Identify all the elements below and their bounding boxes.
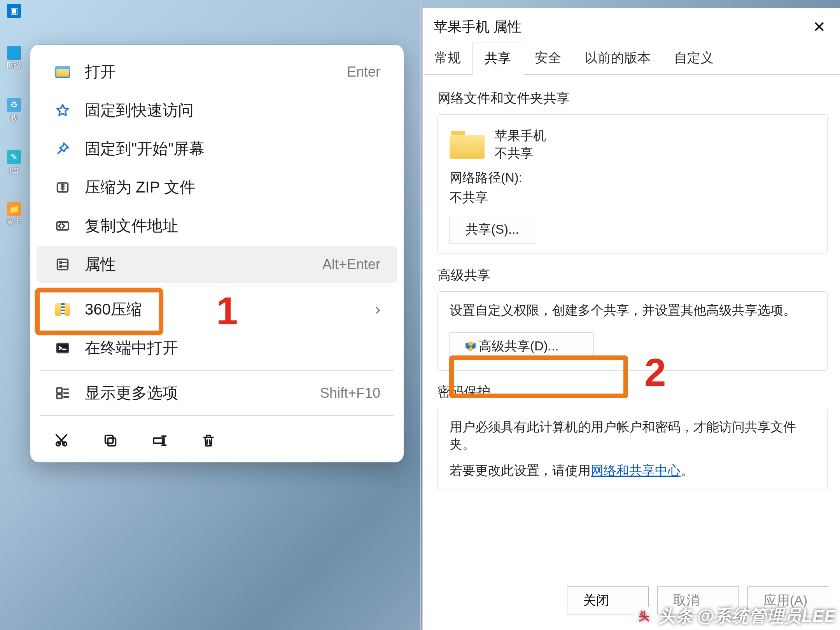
path-icon [54,217,72,235]
ctx-open[interactable]: 打开 Enter [37,53,397,90]
desktop-icons: ▣ 🌐网络 ♻收 ✎|面 📁果手 [6,4,22,227]
tab-previous[interactable]: 以前的版本 [573,42,662,74]
svg-rect-2 [58,259,68,270]
zip-icon [54,178,72,196]
share-button[interactable]: 共享(S)... [450,216,535,243]
svg-rect-6 [57,388,62,393]
annotation-2: 2 [644,350,666,395]
shield-icon [466,341,476,352]
tab-sharing[interactable]: 共享 [472,42,523,75]
context-menu: 打开 Enter 固定到快速访问 固定到"开始"屏幕 压缩为 ZIP 文件 复制… [30,45,404,462]
svg-rect-11 [105,436,113,443]
folder-state: 不共享 [495,145,546,162]
pin-icon [54,140,72,158]
ctx-properties[interactable]: 属性 Alt+Enter [37,246,397,283]
separator [40,370,394,371]
desktop-icon[interactable]: ▣ [7,4,21,18]
desktop-icon[interactable]: 📁 [7,202,21,216]
dialog-title: 苹果手机 属性 [434,18,522,37]
advanced-desc: 设置自定义权限，创建多个共享，并设置其他高级共享选项。 [450,302,816,319]
ctx-pin-quick[interactable]: 固定到快速访问 [37,92,397,129]
desktop-icon[interactable]: 🌐 [7,46,21,60]
ctx-more[interactable]: 显示更多选项 Shift+F10 [37,374,397,411]
svg-point-4 [60,266,61,267]
star-icon [54,102,72,119]
tab-security[interactable]: 安全 [523,42,573,74]
ctx-zip[interactable]: 压缩为 ZIP 文件 [37,169,397,206]
close-button[interactable]: ✕ [808,16,831,37]
annotation-1: 1 [216,289,238,333]
copy-icon[interactable] [100,430,121,452]
netpath-value: 不共享 [450,189,816,206]
watermark-logo: 头 [634,606,654,626]
pw-line2: 若要更改此设置，请使用网络和共享中心。 [450,462,816,480]
more-icon [54,384,72,402]
properties-dialog: 苹果手机 属性 ✕ 常规 共享 安全 以前的版本 自定义 网络文件和文件夹共享 [422,8,840,630]
folder-open-icon [54,63,72,81]
pw-line1: 用户必须具有此计算机的用户帐户和密码，才能访问共享文件夹。 [450,418,816,453]
ctx-copy-path[interactable]: 复制文件地址 [37,207,397,244]
desktop-icon[interactable]: ✎ [7,150,21,164]
ctx-bottom-actions [30,420,404,455]
highlight-1 [35,288,163,335]
cut-icon[interactable] [51,430,72,452]
svg-rect-10 [108,438,116,446]
svg-rect-7 [57,394,62,398]
sect-advanced-sharing: 高级共享 [438,266,828,284]
watermark: 头 头条 @系统管理员LEE [634,605,836,628]
sect-network-sharing: 网络文件和文件夹共享 [438,89,828,107]
svg-point-3 [60,262,61,263]
folder-icon [450,131,485,159]
tab-general[interactable]: 常规 [423,42,472,74]
network-center-link[interactable]: 网络和共享中心 [591,463,681,478]
svg-rect-5 [57,343,68,352]
properties-icon [54,256,72,273]
separator [40,415,394,416]
separator [40,287,394,287]
rename-icon[interactable] [149,430,170,452]
netpath-label: 网络路径(N): [450,169,816,187]
svg-rect-12 [154,438,163,443]
terminal-icon [54,339,72,357]
delete-icon[interactable] [198,430,219,452]
ctx-pin-start[interactable]: 固定到"开始"屏幕 [37,130,397,167]
tab-customize[interactable]: 自定义 [662,42,725,74]
dialog-tabs: 常规 共享 安全 以前的版本 自定义 [423,42,840,75]
desktop-icon[interactable]: ♻ [7,98,21,112]
folder-name: 苹果手机 [495,127,546,145]
highlight-2 [449,355,628,398]
